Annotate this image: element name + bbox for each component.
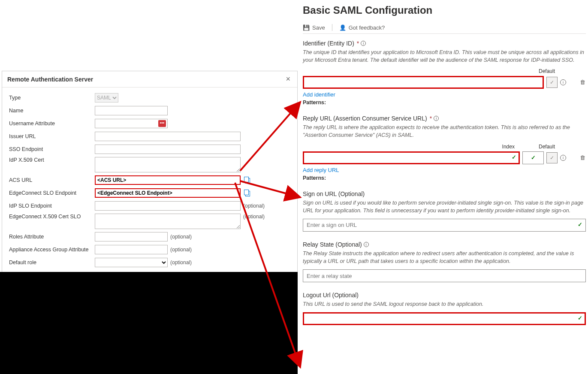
copy-icon[interactable] [244,190,250,196]
reply-desc: The reply URL is where the application e… [303,124,586,139]
default-checkbox[interactable]: ✓ [546,152,558,163]
info-icon[interactable]: i [361,41,366,46]
appliance-group-input[interactable] [95,245,168,254]
issuer-url-input[interactable] [95,132,241,141]
default-checkbox[interactable]: ✓ [546,77,558,88]
check-icon: ✓ [512,154,516,160]
add-reply-link[interactable]: Add reply URL [303,167,586,173]
close-icon[interactable]: × [284,75,292,84]
roles-attr-input[interactable] [95,232,168,241]
relay-section: Relay State (Optional) i The Relay State… [303,241,586,282]
required-marker: * [357,40,359,47]
idp-cert-input[interactable] [95,157,241,172]
identifier-desc: The unique ID that identifies your appli… [303,48,586,64]
info-icon[interactable]: i [364,242,369,247]
optional-text: (optional) [243,203,265,209]
optional-text: (optional) [170,247,192,253]
signon-section: Sign on URL (Optional) Sign on URL is us… [303,190,586,232]
acs-url-input[interactable] [95,175,241,185]
delete-icon[interactable]: 🗑 [580,79,586,86]
logout-desc: This URL is used to send the SAML logout… [303,300,586,308]
sso-endpoint-input[interactable] [95,145,241,154]
relay-desc: The Relay State instructs the applicatio… [303,250,586,265]
name-input[interactable] [95,106,168,115]
name-label: Name [9,108,95,114]
logout-label: Logout Url (Optional) [303,292,586,299]
relay-label: Relay State (Optional) i [303,241,586,248]
signon-desc: Sign on URL is used if you would like to… [303,199,586,214]
index-box[interactable]: ✓ [522,151,544,164]
username-attr-label: Username Attribute [9,121,95,127]
identifier-patterns: Patterns: [303,100,586,106]
delete-icon[interactable]: 🗑 [580,154,586,161]
dialog-header: Remote Authentication Server × [2,71,297,87]
sso-endpoint-label: SSO Endpoint [9,146,95,152]
feedback-icon [339,24,346,31]
save-icon [303,24,310,31]
issuer-url-label: Issuer URL [9,133,95,139]
reply-url-input[interactable] [303,151,520,164]
username-attr-input[interactable] [95,119,168,128]
check-icon: ✓ [578,221,582,228]
appliance-group-label: Appliance Access Group Attribute [9,247,95,253]
info-icon[interactable]: i [560,79,566,85]
identifier-label: Identifier (Entity ID) * i [303,40,586,47]
saml-config-panel: Basic SAML Configuration Save Got feedba… [303,0,586,325]
idp-slo-input[interactable] [95,201,241,211]
optional-text: (optional) [243,214,265,220]
roles-attr-label: Roles Attribute [9,234,95,240]
signon-label: Sign on URL (Optional) [303,190,586,197]
optional-text: (optional) [170,259,192,265]
ec-cert-slo-label: EdgeConnect X.509 Cert SLO [9,214,95,220]
ec-slo-label: EdgeConnect SLO Endpoint [9,190,95,196]
dialog-body: Type SAML Name Username Attribute ••• Is… [2,87,297,276]
black-region [0,272,298,374]
identifier-row: ✓ i 🗑 [303,76,586,89]
identifier-input[interactable] [303,76,544,89]
reply-section: Reply URL (Assertion Consumer Service UR… [303,115,586,181]
save-action[interactable]: Save [303,24,325,31]
optional-text: (optional) [170,234,192,240]
idp-cert-label: IdP X.509 Cert [9,157,95,163]
separator [332,24,332,31]
idp-slo-label: IdP SLO Endpoint [9,203,95,209]
panel-title: Basic SAML Configuration [303,4,586,16]
check-icon: ✓ [578,315,582,321]
ec-slo-input[interactable] [95,188,241,198]
identifier-col-headers: Default [303,68,586,74]
remote-auth-dialog: Remote Authentication Server × Type SAML… [2,71,298,294]
acs-url-label: ACS URL [9,177,95,183]
type-select[interactable]: SAML [95,93,118,103]
reply-patterns: Patterns: [303,175,586,181]
type-label: Type [9,95,95,101]
required-marker: * [430,115,432,122]
reply-col-headers: Index Default [303,144,586,150]
copy-icon[interactable] [244,177,250,184]
logout-input[interactable] [303,312,586,325]
identifier-section: Identifier (Entity ID) * i The unique ID… [303,40,586,106]
info-icon[interactable]: i [434,116,439,121]
default-role-select[interactable] [95,258,168,267]
reply-label: Reply URL (Assertion Consumer Service UR… [303,115,586,122]
signon-input[interactable] [303,219,586,232]
info-icon[interactable]: i [560,155,566,161]
feedback-action[interactable]: Got feedback? [339,24,385,31]
dialog-title: Remote Authentication Server [7,76,93,83]
default-role-label: Default role [9,259,95,265]
reply-row: ✓ ✓ ✓ i 🗑 [303,151,586,164]
check-icon: ✓ [531,154,536,161]
add-identifier-link[interactable]: Add identifier [303,91,586,98]
panel-toolbar: Save Got feedback? [303,24,586,34]
relay-input[interactable] [303,269,586,282]
logout-section: Logout Url (Optional) This URL is used t… [303,292,586,325]
ellipsis-icon[interactable]: ••• [158,120,166,127]
ec-cert-slo-input[interactable] [95,214,241,229]
